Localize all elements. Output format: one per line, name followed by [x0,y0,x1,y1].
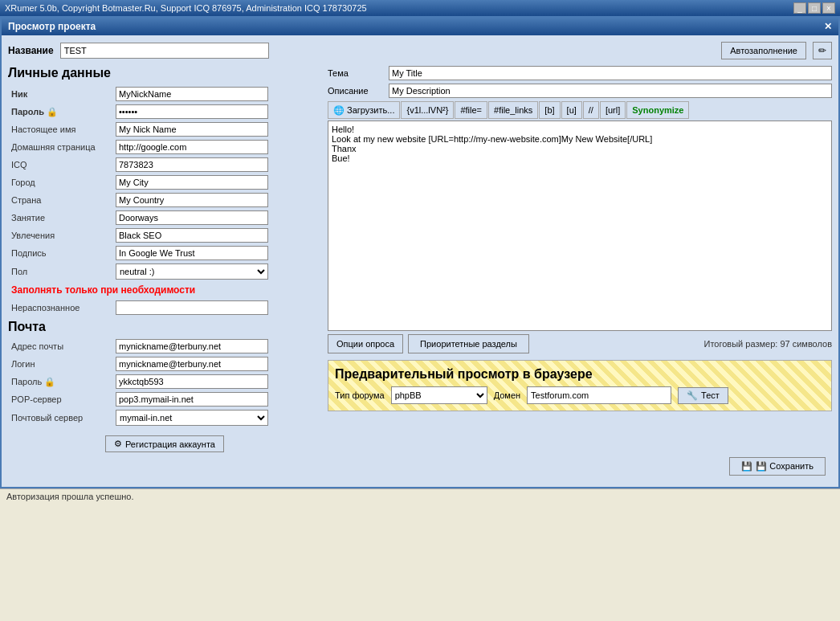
table-row: Страна [8,191,321,209]
password-input[interactable] [116,104,268,119]
homepage-input[interactable] [116,140,268,154]
upload-button[interactable]: 🌐 Загрузить... [328,101,400,119]
icq-input[interactable] [116,157,268,172]
file-links-button[interactable]: #file_links [488,101,538,119]
table-row: Пароль 🔒 [8,373,321,390]
gender-label: Пол [8,262,112,281]
main-window: Просмотр проекта ✕ Название Автозаполнен… [0,16,840,488]
name-input[interactable] [60,43,269,59]
synonymize-button[interactable]: Synonymize [626,101,689,119]
name-label: Название [8,45,54,56]
signature-label: Подпись [8,244,112,262]
mail-server-label: Почтовый сервер [8,408,112,427]
desc-input[interactable] [389,84,832,98]
toolbar-row: 🌐 Загрузить... {v1l...lVN²} #file= #file… [328,101,832,119]
status-bar: Авторизация прошла успешно. [0,488,840,504]
unrecognized-table: Нераспознанное [8,299,321,317]
occupation-input[interactable] [116,210,268,225]
country-label: Страна [8,191,112,209]
minimize-btn[interactable]: _ [793,2,806,14]
realname-label: Настоящее имя [8,121,112,138]
realname-input[interactable] [116,122,268,137]
name-row: Название Автозаполнение ✏ [8,42,832,59]
table-row: ICQ [8,156,321,174]
window-title-bar: Просмотр проекта ✕ [2,18,838,35]
bold-button[interactable]: [b] [539,101,560,119]
forum-type-label: Тип форума [335,390,385,400]
url-button[interactable]: [url] [600,101,626,119]
gender-select[interactable]: neutral :) male female [116,264,268,280]
message-content: Hello! Look at my new website [URL=http:… [328,121,831,330]
table-row: Почтовый сервер mymail-in.net [8,408,321,427]
forum-type-select[interactable]: phpBB [391,386,487,404]
mail-form-table: Адрес почты Логин Пароль 🔒 POP-сервер [8,337,321,427]
table-row: Логин [8,355,321,373]
priority-sections-button[interactable]: Приоритетные разделы [408,334,529,353]
homepage-label: Домашняя страница [8,138,112,156]
desc-row: Описание [328,84,832,98]
table-row: Увлечения [8,227,321,244]
signature-input[interactable] [116,246,268,260]
warning-text: Заполнять только при необходимости [8,281,321,299]
table-row: Ник [8,85,321,103]
personal-form-table: Ник Пароль 🔒 Настоящее имя Домашняя стра… [8,85,321,281]
desc-label: Описание [328,86,384,96]
pencil-button[interactable]: ✏ [813,42,832,59]
unrecognized-input[interactable] [116,300,268,315]
italic-button[interactable]: // [583,101,599,119]
country-input[interactable] [116,193,268,207]
mail-section-title: Почта [8,320,321,334]
city-input[interactable] [116,175,268,190]
register-account-button[interactable]: ⚙ Регистрация аккаунта [105,435,224,452]
var-button[interactable]: {v1l...lVN²} [401,101,454,119]
domain-input[interactable] [527,386,671,404]
table-row: Подпись [8,244,321,262]
email-input[interactable] [116,339,268,353]
footer-bar: 💾 💾 Сохранить [8,452,832,480]
file-button[interactable]: #file= [455,101,487,119]
main-content: Личные данные Ник Пароль 🔒 Настоящее имя [8,66,832,452]
window-close-btn[interactable]: ✕ [824,21,832,32]
topic-input[interactable] [389,66,832,80]
right-panel: Тема Описание 🌐 Загрузить... {v1l...lVN²… [328,66,832,452]
message-box-wrapper: Hello! Look at my new website [URL=http:… [328,121,832,331]
save-button[interactable]: 💾 💾 Сохранить [729,457,826,476]
table-row: Настоящее имя [8,121,321,138]
pop-server-input[interactable] [116,392,268,407]
pop-server-label: POP-сервер [8,390,112,408]
table-row: Нераспознанное [8,299,321,317]
close-btn[interactable]: × [822,2,835,14]
login-input[interactable] [116,357,268,371]
domain-label: Домен [494,390,520,400]
personal-section-title: Личные данные [8,66,321,80]
left-panel: Личные данные Ник Пароль 🔒 Настоящее имя [8,66,321,452]
nik-input[interactable] [116,87,268,101]
window-title-label: Просмотр проекта [8,21,96,32]
city-label: Город [8,174,112,191]
test-button[interactable]: 🔧 Тест [678,387,728,404]
autofill-button[interactable]: Автозаполнение [721,42,806,59]
topic-row: Тема [328,66,832,80]
email-label: Адрес почты [8,337,112,355]
mail-password-label: Пароль 🔒 [8,373,112,390]
preview-row: Тип форума phpBB Домен 🔧 Тест [335,386,825,404]
lock-icon: 🔒 [47,107,58,116]
mail-server-select[interactable]: mymail-in.net [116,410,268,426]
poll-options-button[interactable]: Опции опроса [328,334,403,353]
mail-password-input[interactable] [116,374,268,389]
save-icon: 💾 [741,461,752,472]
table-row: Адрес почты [8,337,321,355]
icq-label: ICQ [8,156,112,174]
nik-label: Ник [8,85,112,103]
bottom-row: Опции опроса Приоритетные разделы Итогов… [328,334,832,353]
hobbies-input[interactable] [116,228,268,243]
underline-button[interactable]: [u] [561,101,582,119]
status-text: Авторизация прошла успешно. [6,492,134,501]
table-row: POP-сервер [8,390,321,408]
maximize-btn[interactable]: □ [808,2,821,14]
table-row: Занятие [8,209,321,227]
unrecognized-label: Нераспознанное [8,299,112,317]
topic-label: Тема [328,68,384,78]
message-scrollbar[interactable]: Hello! Look at my new website [URL=http:… [328,121,831,330]
title-bar: XRumer 5.0b, Copyright Botmaster.Ru, Sup… [0,0,840,16]
